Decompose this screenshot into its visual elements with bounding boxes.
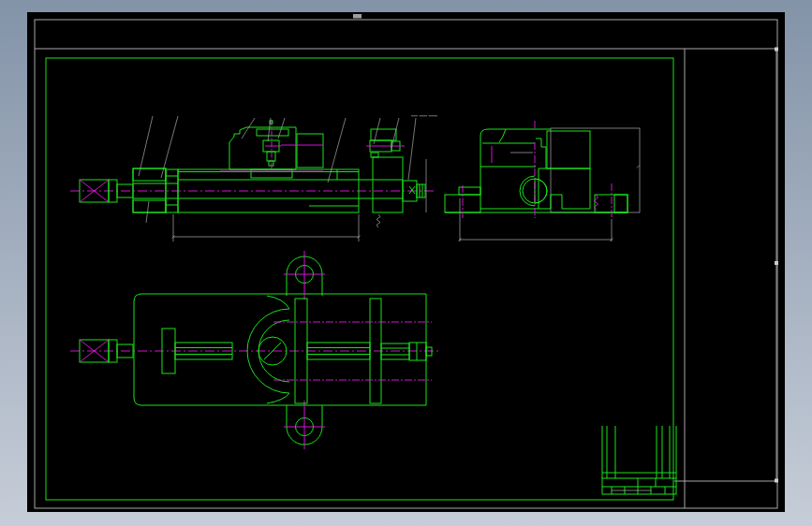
grip-mid-right[interactable]: [775, 261, 778, 265]
top-edge-mark: [353, 14, 362, 19]
drawing-sheet: [27, 12, 785, 512]
cad-canvas: [0, 0, 812, 526]
grip-bottom-right[interactable]: [775, 479, 778, 483]
cad-window: [0, 0, 812, 526]
grip-top-right[interactable]: [775, 48, 778, 51]
